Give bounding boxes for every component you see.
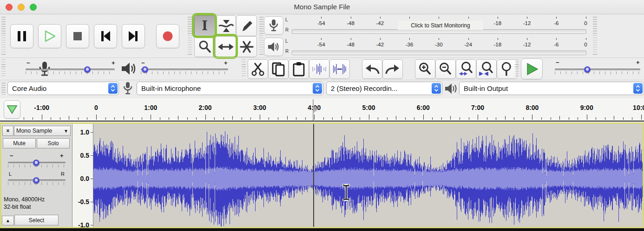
stop-icon <box>72 31 83 42</box>
silence-audio-button[interactable] <box>329 59 350 79</box>
ruler-tick <box>641 115 642 120</box>
mute-button[interactable]: Mute <box>3 138 36 148</box>
skip-to-end-button[interactable] <box>122 24 145 48</box>
envelope-tool-button[interactable] <box>215 15 236 36</box>
waveform-canvas[interactable] <box>93 124 643 227</box>
playback-meter-tick-label: -54 <box>317 42 325 47</box>
time-shift-tool-button[interactable] <box>215 36 236 57</box>
fit-project-button[interactable] <box>476 59 497 79</box>
monitoring-overlay[interactable]: Click to Start Monitoring <box>398 21 483 30</box>
cut-button[interactable] <box>248 59 268 79</box>
fit-selection-icon <box>458 61 474 77</box>
edit-toolbar-grip[interactable] <box>242 59 246 78</box>
meter-toolbar-grip[interactable] <box>259 17 263 56</box>
record-volume-plus: + <box>112 60 115 66</box>
playback-speed-slider[interactable] <box>555 69 640 71</box>
ruler-label: 10:00 <box>633 104 644 111</box>
ruler-tick <box>551 117 551 120</box>
recording-channels-select[interactable]: 2 (Stereo) Recordin... <box>326 82 442 95</box>
transport-toolbar-grip[interactable] <box>1 17 6 56</box>
mixer-toolbar-grip[interactable] <box>1 59 6 78</box>
ruler-tick <box>596 117 596 120</box>
playback-meter-button[interactable] <box>264 38 283 56</box>
zoom-tool-button[interactable] <box>194 36 215 57</box>
playback-speed-thumb[interactable] <box>584 66 591 73</box>
fit-selection-button[interactable] <box>456 59 476 79</box>
scale-label: -0.5 <box>78 198 89 205</box>
play-at-speed-grip[interactable] <box>515 59 519 78</box>
playhead-marker[interactable] <box>309 99 319 121</box>
play-at-speed-button[interactable] <box>521 58 543 79</box>
playback-meter[interactable]: -54-48-42-36-30-24-18-12-60 <box>292 37 590 57</box>
ruler-label: -1:00 <box>34 104 49 111</box>
ruler-tick <box>269 117 269 120</box>
ruler-tick <box>441 117 442 120</box>
trim-audio-button[interactable] <box>309 59 329 79</box>
vertical-scale-ruler[interactable]: 1.00.50.0-0.5-1.0 <box>72 124 93 227</box>
ruler-tick <box>132 117 133 120</box>
ruler-tick <box>78 117 79 120</box>
ruler-tick <box>196 117 197 120</box>
redo-button[interactable] <box>382 59 403 79</box>
playback-meter-tick <box>439 38 439 40</box>
selection-tool-button[interactable]: I <box>194 15 215 36</box>
track-close-button[interactable]: × <box>2 126 13 136</box>
solo-button[interactable]: Solo <box>37 138 70 148</box>
playback-meter-tick-label: -42 <box>376 42 384 47</box>
draw-tool-button[interactable] <box>236 15 257 36</box>
microphone-icon <box>268 19 279 32</box>
play-button[interactable] <box>38 24 61 48</box>
zoom-in-button[interactable] <box>415 59 435 79</box>
record-meter-button[interactable] <box>264 16 283 35</box>
meter-resize-grip[interactable] <box>593 17 597 56</box>
ruler-tick <box>342 116 342 120</box>
ruler-tick <box>360 117 360 120</box>
select-button[interactable]: Select <box>14 215 59 225</box>
multi-tool-icon <box>239 39 254 54</box>
ruler-tick <box>632 117 632 120</box>
cut-icon <box>251 62 265 77</box>
tools-toolbar-grip[interactable] <box>188 17 192 56</box>
playback-meter-tick <box>498 38 498 40</box>
stop-button[interactable] <box>66 24 89 48</box>
ruler-tick <box>169 117 169 120</box>
ruler-tick <box>214 117 215 120</box>
pin-playhead-button[interactable] <box>4 100 20 119</box>
paste-icon <box>292 62 306 77</box>
zoom-out-icon <box>438 62 453 77</box>
device-toolbar-grip[interactable] <box>1 83 6 95</box>
scale-tick <box>91 155 93 156</box>
scale-tick <box>91 225 93 225</box>
ruler-tick <box>378 117 378 120</box>
undo-icon <box>364 63 380 76</box>
record-button[interactable] <box>156 24 179 48</box>
waveform-area[interactable] <box>93 124 643 227</box>
paste-button[interactable] <box>289 59 309 79</box>
recording-volume-slider[interactable] <box>26 69 115 71</box>
pause-button[interactable] <box>10 24 33 48</box>
ruler-tick <box>42 115 42 120</box>
zoom-out-button[interactable] <box>435 59 456 79</box>
record-meter-tick <box>351 17 351 19</box>
skip-to-start-button[interactable] <box>94 24 117 48</box>
ruler-label: 9:00 <box>580 104 593 111</box>
timeline-ruler[interactable]: -1:0001:002:003:004:005:006:007:008:009:… <box>0 98 644 122</box>
gain-slider-thumb[interactable] <box>33 160 39 166</box>
recording-volume-thumb[interactable] <box>84 66 91 73</box>
playback-meter-tick <box>586 38 586 40</box>
playback-device-select[interactable]: Built-in Output <box>459 82 644 95</box>
ruler-tick <box>332 117 333 120</box>
zoom-tool-icon <box>197 39 212 54</box>
playback-volume-slider[interactable] <box>141 69 228 71</box>
track-name-button[interactable]: Mono Sample ▼ <box>14 126 71 136</box>
recording-device-select[interactable]: Built-in Microphone <box>137 82 323 95</box>
undo-button[interactable] <box>362 59 382 79</box>
collapse-track-button[interactable]: ▲ <box>2 216 14 225</box>
audio-host-select[interactable]: Core Audio <box>7 82 119 95</box>
zoom-toggle-button[interactable] <box>497 59 517 79</box>
copy-button[interactable] <box>268 59 289 79</box>
playback-volume-thumb[interactable] <box>142 66 148 73</box>
pan-slider-thumb[interactable] <box>33 177 39 184</box>
speaker-icon <box>267 41 280 53</box>
multi-tool-button[interactable] <box>236 36 257 57</box>
